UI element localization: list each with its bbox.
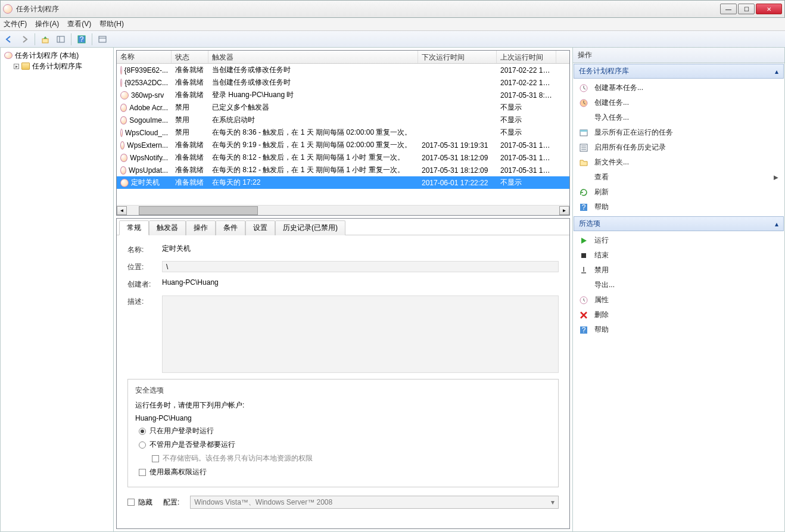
up-button[interactable] [39, 33, 52, 46]
table-row[interactable]: WpsUpdat...准备就绪在每天的 8:12 - 触发后，在 1 天 期间每… [117, 164, 569, 176]
cell-name: WpsUpdat... [117, 165, 172, 176]
action-新文件夹[interactable]: 新文件夹... [575, 155, 782, 170]
action-查看[interactable]: 查看▶ [575, 170, 782, 185]
table-row[interactable]: SogouIme...禁用在系统启动时不显示 [117, 114, 569, 126]
check-no-password[interactable]: 不存储密码。该任务将只有访问本地资源的权限 [152, 453, 551, 463]
menu-action[interactable]: 操作(A) [35, 19, 59, 29]
action-运行[interactable]: 运行 [575, 233, 782, 248]
col-name[interactable]: 名称 [117, 51, 172, 63]
check-highest-priv[interactable]: 使用最高权限运行 [139, 467, 551, 477]
action-导出[interactable]: 导出... [575, 278, 782, 293]
table-row[interactable]: 定时关机准备就绪在每天的 17:222017-06-01 17:22:22不显示 [117, 176, 569, 189]
name-label: 名称: [127, 244, 162, 255]
cell-last: 2017-05-31 17:1 [497, 153, 556, 163]
action-创建任务[interactable]: 创建任务... [575, 95, 782, 110]
running-icon [579, 128, 588, 138]
action-启用所有任务历史记录[interactable]: 启用所有任务历史记录 [575, 140, 782, 155]
expand-icon[interactable]: ▸ [14, 64, 19, 69]
table-row[interactable]: Adobe Acr...禁用已定义多个触发器不显示 [117, 101, 569, 114]
col-trigger[interactable]: 触发器 [208, 51, 418, 63]
panes-button[interactable] [54, 33, 67, 46]
help-icon: ? [579, 325, 588, 335]
table-row[interactable]: {9253A2DC...准备就绪当创建任务或修改任务时2017-02-22 10… [117, 76, 569, 89]
cell-trigger: 已定义多个触发器 [208, 101, 418, 114]
scroll-thumb[interactable] [139, 206, 258, 215]
properties-button[interactable] [96, 33, 109, 46]
action-label: 结束 [594, 250, 778, 260]
svg-rect-0 [42, 39, 48, 43]
menu-file[interactable]: 文件(F) [4, 19, 27, 29]
run-icon [579, 236, 588, 245]
action-创建基本任务[interactable]: 创建基本任务... [575, 80, 782, 95]
tab-general[interactable]: 常规 [119, 220, 149, 235]
action-导入任务[interactable]: 导入任务... [575, 110, 782, 125]
action-禁用[interactable]: 禁用 [575, 263, 782, 278]
cell-state: 禁用 [172, 101, 208, 114]
tab-settings[interactable]: 设置 [245, 220, 275, 235]
clock-icon [120, 91, 129, 99]
action-属性[interactable]: 属性 [575, 293, 782, 307]
table-row[interactable]: WpsNotify...准备就绪在每天的 8:12 - 触发后，在 1 天 期间… [117, 151, 569, 164]
maximize-button[interactable]: ☐ [738, 4, 755, 14]
table-row[interactable]: WpsExtern...准备就绪在每天的 9:19 - 触发后，在 1 天 期间… [117, 139, 569, 151]
action-帮助[interactable]: ?帮助 [575, 322, 782, 337]
action-刷新[interactable]: 刷新 [575, 185, 782, 200]
scroll-left-icon[interactable]: ◄ [117, 206, 127, 215]
cell-state: 准备就绪 [172, 76, 208, 89]
cell-state: 禁用 [172, 114, 208, 126]
svg-rect-5 [99, 36, 106, 42]
cell-last: 不显示 [497, 114, 556, 126]
cell-name: 定时关机 [117, 176, 172, 189]
tree-library[interactable]: ▸ 任务计划程序库 [3, 61, 111, 71]
radio-any-user[interactable]: 不管用户是否登录都要运行 [139, 440, 551, 450]
actions-section-selected[interactable]: 所选项 ▴ [574, 216, 784, 231]
checkbox-icon [139, 469, 146, 476]
table-row[interactable]: {8F939E62-...准备就绪当创建任务或修改任务时2017-02-22 1… [117, 64, 569, 76]
cell-next: 2017-05-31 18:12:09 [418, 165, 497, 176]
check-nopass-label: 不存储密码。该任务将只有访问本地资源的权限 [163, 453, 313, 463]
tab-triggers[interactable]: 触发器 [149, 220, 186, 235]
desc-textarea[interactable] [162, 295, 559, 373]
actions-pane: 操作 任务计划程序库 ▴ 创建基本任务...创建任务...导入任务...显示所有… [572, 48, 784, 531]
props-icon [579, 295, 588, 305]
close-button[interactable]: ✕ [756, 4, 782, 14]
menu-view[interactable]: 查看(V) [67, 19, 91, 29]
author-label: 创建者: [127, 278, 162, 290]
security-title: 安全选项 [135, 385, 551, 396]
horizontal-scrollbar[interactable]: ◄ ► [117, 205, 569, 215]
cell-last: 不显示 [497, 176, 556, 189]
actions-section-library[interactable]: 任务计划程序库 ▴ [574, 64, 784, 79]
folder-icon [21, 63, 30, 70]
action-label: 导入任务... [594, 113, 778, 123]
radio-logged-on[interactable]: 只在用户登录时运行 [139, 426, 551, 436]
back-button[interactable] [2, 33, 15, 46]
check-hidden[interactable]: 隐藏 [127, 497, 152, 508]
forward-button[interactable] [18, 33, 31, 46]
disable-icon [579, 266, 588, 275]
table-row[interactable]: WpsCloud_...禁用在每天的 8:36 - 触发后，在 1 天 期间每隔… [117, 126, 569, 139]
help-button[interactable]: ? [75, 33, 88, 46]
svg-text:?: ? [582, 203, 586, 211]
cell-last: 2017-02-22 10:4 [497, 77, 556, 88]
col-last[interactable]: 上次运行时间 [497, 51, 556, 63]
col-state[interactable]: 状态 [172, 51, 208, 63]
tab-conditions[interactable]: 条件 [216, 220, 245, 235]
action-帮助[interactable]: ?帮助 [575, 200, 782, 214]
cell-next: 2017-06-01 17:22:22 [418, 178, 497, 188]
cell-state: 准备就绪 [172, 151, 208, 164]
table-row[interactable]: 360wp-srv准备就绪登录 Huang-PC\Huang 时2017-05-… [117, 89, 569, 101]
config-combo[interactable]: Windows Vista™、Windows Server™ 2008 ▾ [190, 496, 559, 509]
menu-help[interactable]: 帮助(H) [99, 19, 124, 29]
delete-icon [579, 310, 588, 320]
action-显示所有正在运行的任务[interactable]: 显示所有正在运行的任务 [575, 125, 782, 140]
cell-last: 2017-05-31 17:1 [497, 140, 556, 151]
scroll-right-icon[interactable]: ► [559, 206, 569, 215]
action-删除[interactable]: 删除 [575, 307, 782, 322]
tab-history[interactable]: 历史记录(已禁用) [275, 220, 345, 235]
action-结束[interactable]: 结束 [575, 248, 782, 263]
minimize-button[interactable]: — [720, 4, 737, 14]
tab-actions[interactable]: 操作 [186, 220, 216, 235]
col-next[interactable]: 下次运行时间 [418, 51, 497, 63]
tree-root[interactable]: 任务计划程序 (本地) [3, 50, 111, 61]
clock-icon [120, 179, 129, 187]
